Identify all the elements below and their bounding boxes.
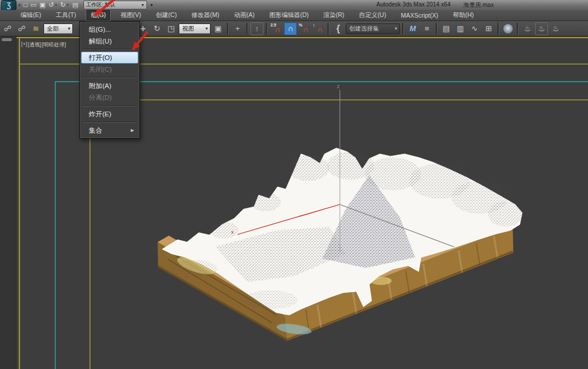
render-setup-icon-glyph: ♨ <box>524 25 531 32</box>
menubar-item-views[interactable]: 视图(V) <box>116 10 145 21</box>
menu-separator <box>82 122 137 123</box>
x-axis-line <box>238 204 340 234</box>
named-selection-sets-dropdown-value: 创建选择集 <box>349 25 379 33</box>
group-menu-item-group[interactable]: 组(G)... <box>81 24 138 35</box>
group-menu-item-assembly[interactable]: 集合▶ <box>81 125 138 136</box>
render-setup-icon[interactable]: ♨ <box>521 22 534 35</box>
save-file-icon-glyph: ▣ <box>39 2 45 8</box>
3ds-max-window: Ʒ ▼ □▭▣↺▼↻▼▤ 工作区: 默认 ▼ ▼ Autodesk 3ds Ma… <box>0 0 588 369</box>
z-axis-label: z <box>337 83 340 89</box>
undo-icon[interactable]: ↺▼ <box>48 2 58 8</box>
menubar-item-animation[interactable]: 动画(A) <box>230 10 259 21</box>
reference-coordinate-system-dropdown[interactable]: 视图▼ <box>179 24 211 34</box>
x-axis-label: x <box>231 229 234 235</box>
selection-filter-dropdown[interactable]: 全部▼ <box>44 24 73 34</box>
blanket-point-cloud <box>162 148 523 336</box>
edit-named-selection-sets-icon[interactable]: { <box>332 22 345 35</box>
toolbar-drag-handle[interactable] <box>2 38 12 41</box>
new-scene-icon[interactable]: □ <box>23 2 28 8</box>
toolbar-separator <box>246 23 248 35</box>
spinner-snap-icon[interactable]: ↕∩ <box>312 22 325 35</box>
menu-separator <box>82 105 137 106</box>
use-pivot-point-center-icon-glyph: ▣ <box>215 25 222 32</box>
menubar-item-modifiers[interactable]: 修改器(M) <box>188 10 223 21</box>
unlink-selection-icon[interactable]: ☍ <box>15 22 28 35</box>
schematic-view-icon[interactable]: ⊞ <box>482 22 495 35</box>
viewport-menu-shading[interactable]: [明暗处理] <box>42 41 66 49</box>
app-logo-button[interactable]: Ʒ <box>1 0 16 11</box>
edit-named-selection-sets-icon-glyph: { <box>336 24 340 33</box>
viewport-border-left <box>19 38 20 369</box>
group-menu-item-explode-label: 炸开(E) <box>89 110 111 119</box>
menubar-item-graph-editors[interactable]: 图形编辑器(D) <box>265 10 313 21</box>
select-and-manipulate-icon[interactable]: + <box>231 22 244 35</box>
workspace-dropdown[interactable]: 工作区: 默认 ▼ <box>83 1 147 9</box>
keyboard-shortcut-override-icon[interactable]: ↑ <box>250 22 263 35</box>
menubar-item-customize[interactable]: 自定义(U) <box>355 10 390 21</box>
mirror-icon-glyph: M <box>410 25 416 32</box>
menubar-item-create[interactable]: 创建(C) <box>152 10 181 21</box>
select-and-rotate-icon[interactable]: ↻ <box>151 22 163 35</box>
selection-filter-dropdown-value: 全部 <box>47 25 59 33</box>
menubar-item-rendering[interactable]: 渲染(R) <box>319 10 349 21</box>
layer-manager-icon[interactable]: ▤ <box>440 22 453 35</box>
menubar-item-maxscript[interactable]: MAXScript(X) <box>397 11 443 20</box>
quick-access-toolbar: □▭▣↺▼↻▼▤ <box>23 2 79 8</box>
group-menu-item-attach[interactable]: 附加(A) <box>81 80 138 92</box>
workspace-label: 工作区: 默认 <box>86 1 115 9</box>
select-and-link-icon[interactable]: ☍ <box>1 22 14 35</box>
graphite-ribbon-icon-glyph: ▥ <box>457 25 464 32</box>
save-file-icon[interactable]: ▣ <box>39 2 46 8</box>
snaps-toggle-icon[interactable]: 2.5∩ <box>270 22 283 35</box>
group-menu-item-ungroup[interactable]: 解组(U) <box>81 35 138 47</box>
menubar-item-group[interactable]: 组(G) <box>86 10 110 21</box>
select-and-scale-icon[interactable]: ◳ <box>165 22 178 35</box>
graphite-ribbon-icon[interactable]: ▥ <box>454 22 467 35</box>
open-file-icon[interactable]: ▭ <box>30 2 37 8</box>
chevron-down-icon: ▼ <box>203 26 209 31</box>
percent-snap-icon-glyph: ∩ <box>303 26 308 33</box>
menubar-item-tools[interactable]: 工具(T) <box>52 10 80 21</box>
percent-snap-icon[interactable]: %∩ <box>298 22 311 35</box>
snaps-toggle-icon-sub-label: 2.5 <box>270 23 276 27</box>
redo-icon[interactable]: ↻▼ <box>60 2 70 8</box>
bed-base-left-face <box>158 242 287 341</box>
room-wire-yellow2-left <box>89 99 91 369</box>
material-editor-icon[interactable] <box>503 24 513 33</box>
curve-editor-icon-glyph: ∿ <box>472 25 478 32</box>
bind-to-space-warp-icon[interactable]: ≋ <box>29 22 42 35</box>
rendered-frame-icon[interactable]: ♨ <box>535 22 548 35</box>
viewport-menu-pov[interactable]: [透视] <box>28 41 41 49</box>
workspace-flyout-caret-icon[interactable]: ▼ <box>148 1 155 9</box>
file-name: 海景房.max <box>463 1 494 9</box>
room-wire-yellow2-top <box>89 99 588 100</box>
viewport-menu-general[interactable]: [+] <box>21 41 27 49</box>
select-and-manipulate-icon-glyph: + <box>235 25 240 32</box>
toolbar-separator <box>266 23 268 35</box>
menubar-item-edit[interactable]: 编辑(E) <box>16 10 45 21</box>
mirror-icon[interactable]: M <box>406 22 419 35</box>
curve-editor-icon[interactable]: ∿ <box>468 22 481 35</box>
select-and-scale-icon-glyph: ◳ <box>168 25 175 32</box>
chevron-down-icon: ▼ <box>55 4 58 6</box>
chevron-down-icon: ▼ <box>66 4 69 6</box>
spinner-snap-icon-glyph: ∩ <box>317 26 322 33</box>
angle-snap-icon[interactable]: ∩ <box>284 22 297 35</box>
project-toggle-icon[interactable]: ▤ <box>72 2 79 8</box>
group-menu-item-open[interactable]: 打开(O) <box>81 52 138 63</box>
group-menu-item-group-label: 组(G)... <box>89 25 111 34</box>
viewport-label: [+][透视][明暗处理] <box>21 41 66 49</box>
group-menu-item-explode[interactable]: 炸开(E) <box>81 108 138 120</box>
render-production-icon[interactable]: ♨ <box>549 22 562 35</box>
named-selection-sets-dropdown[interactable]: 创建选择集▼ <box>346 24 400 34</box>
app-menu-caret-icon[interactable]: ▼ <box>18 4 21 7</box>
snaps-toggle-icon-glyph: ∩ <box>275 26 280 33</box>
select-and-move-icon-glyph: + <box>140 24 145 33</box>
group-menu-item-assembly-label: 集合 <box>89 126 102 135</box>
use-pivot-point-center-icon[interactable]: ▣ <box>212 22 225 35</box>
render-production-icon-glyph: ♨ <box>552 25 559 32</box>
bed-model[interactable] <box>158 148 523 341</box>
project-toggle-icon-glyph: ▤ <box>72 2 78 8</box>
align-icon[interactable]: ≡ <box>420 22 433 35</box>
menubar-item-help[interactable]: 帮助(H) <box>449 10 478 21</box>
